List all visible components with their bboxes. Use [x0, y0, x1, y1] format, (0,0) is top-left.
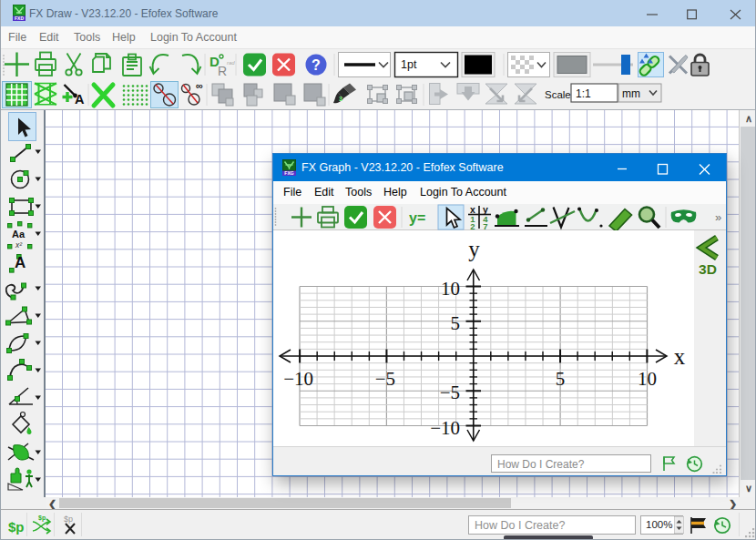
svg-text:5: 5 — [451, 312, 461, 334]
svg-text:3D: 3D — [699, 261, 717, 277]
svg-text:∞: ∞ — [196, 80, 203, 91]
svg-text:x: x — [674, 344, 686, 369]
svg-text:FXG: FXG — [284, 170, 293, 176]
svg-text:x²: x² — [15, 240, 23, 250]
svg-text:A: A — [15, 254, 26, 271]
svg-text:5: 5 — [556, 368, 566, 390]
svg-text:−5: −5 — [440, 382, 460, 403]
svg-text:A: A — [75, 92, 85, 107]
svg-text:mm: mm — [622, 87, 640, 100]
svg-text:10: 10 — [638, 368, 657, 390]
svg-text:R: R — [218, 64, 227, 78]
svg-text:?: ? — [312, 57, 321, 73]
svg-text:FXD: FXD — [15, 15, 24, 21]
svg-text:7: 7 — [483, 221, 487, 230]
svg-text:2: 2 — [470, 221, 475, 230]
svg-text:−10: −10 — [430, 417, 460, 439]
svg-text:»: » — [715, 210, 721, 224]
svg-text:$p: $p — [38, 515, 46, 522]
svg-text:Aa: Aa — [12, 229, 26, 239]
svg-text:$p: $p — [64, 515, 73, 524]
svg-text:1pt: 1pt — [401, 58, 417, 71]
svg-text:rad: rad — [227, 60, 235, 66]
svg-text:y: y — [468, 237, 480, 261]
svg-text:−10: −10 — [283, 368, 313, 390]
svg-text:y=: y= — [409, 210, 425, 226]
svg-text:3: 3 — [339, 96, 342, 102]
svg-text:−5: −5 — [375, 368, 395, 390]
svg-text:1:1: 1:1 — [576, 87, 591, 100]
svg-text:10: 10 — [441, 278, 460, 300]
svg-text:Scale: Scale — [545, 89, 571, 100]
